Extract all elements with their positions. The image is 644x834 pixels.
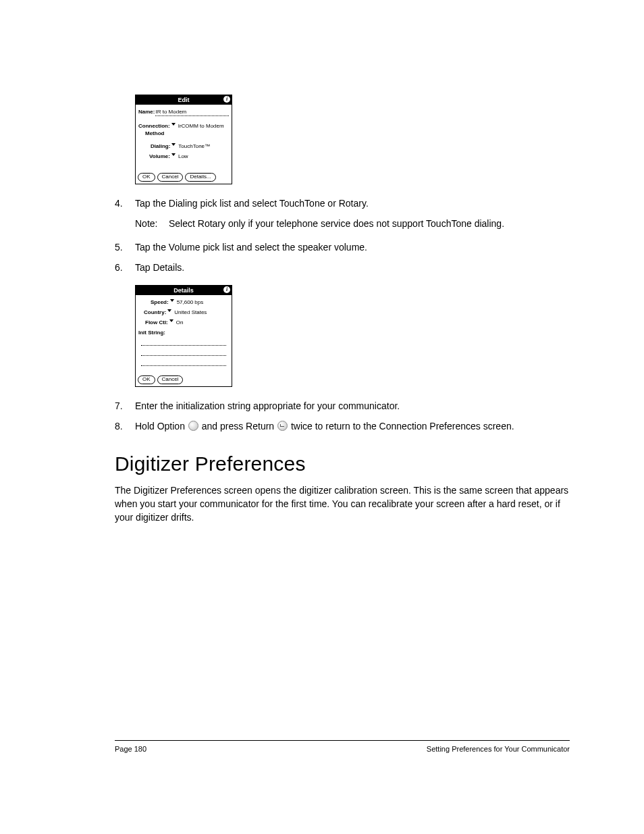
- info-icon[interactable]: i: [223, 286, 230, 293]
- step-8-part-c: twice to return to the Connection Prefer…: [288, 421, 514, 432]
- step-8-part-b: and press Return: [199, 421, 277, 432]
- details-button[interactable]: Details...: [185, 173, 215, 182]
- body-paragraph: The Digitizer Preferences screen opens t…: [115, 484, 570, 525]
- name-value: IR to Modem: [155, 109, 186, 115]
- dropdown-icon[interactable]: [171, 123, 176, 126]
- step-number: 6.: [115, 261, 135, 274]
- speed-label: Speed:: [151, 299, 169, 305]
- footer-title: Setting Preferences for Your Communicato…: [427, 745, 570, 753]
- method-label: Method: [145, 130, 164, 136]
- note-row: Note: Select Rotary only if your telepho…: [135, 217, 570, 230]
- step-number: 8.: [115, 419, 135, 433]
- name-field[interactable]: IR to Modem: [155, 109, 229, 116]
- dropdown-icon[interactable]: [169, 319, 173, 322]
- ok-button[interactable]: OK: [138, 173, 155, 182]
- dropdown-icon[interactable]: [171, 143, 176, 146]
- ok-button[interactable]: OK: [138, 375, 155, 384]
- page-number: Page 180: [115, 745, 146, 753]
- edit-dialog-title-bar: Edit i: [136, 95, 232, 105]
- note-label: Note:: [135, 217, 169, 230]
- details-dialog-title: Details: [173, 287, 194, 294]
- step-number: 4.: [115, 197, 135, 210]
- connection-value[interactable]: IrCOMM to Modem: [178, 123, 224, 129]
- details-dialog-title-bar: Details i: [136, 286, 232, 295]
- name-label: Name:: [138, 109, 155, 115]
- step-5: 5. Tap the Volume pick list and select t…: [115, 240, 570, 254]
- step-6: 6. Tap Details.: [115, 261, 570, 274]
- note-text: Select Rotary only if your telephone ser…: [169, 217, 504, 230]
- step-text: Tap Details.: [135, 261, 570, 274]
- step-7: 7. Enter the initialization string appro…: [115, 399, 570, 413]
- init-string-field[interactable]: [138, 336, 229, 371]
- cancel-button[interactable]: Cancel: [157, 375, 184, 384]
- dialing-value[interactable]: TouchTone™: [178, 143, 210, 149]
- step-text: Hold Option and press Return twice to re…: [135, 419, 570, 433]
- step-text: Tap the Dialing pick list and select Tou…: [135, 197, 570, 210]
- country-value[interactable]: United States: [174, 309, 207, 315]
- step-4: 4. Tap the Dialing pick list and select …: [115, 197, 570, 210]
- step-number: 5.: [115, 240, 135, 254]
- details-dialog: Details i Speed: 57,600 bps Country: Uni…: [135, 285, 232, 387]
- edit-dialog: Edit i Name: IR to Modem Connection: IrC…: [135, 95, 232, 184]
- dropdown-icon[interactable]: [167, 309, 171, 312]
- volume-value[interactable]: Low: [178, 153, 188, 159]
- speed-value[interactable]: 57,600 bps: [177, 299, 204, 305]
- step-8-part-a: Hold Option: [135, 421, 188, 432]
- country-label: Country:: [144, 309, 166, 315]
- step-8: 8. Hold Option and press Return twice to…: [115, 419, 570, 433]
- init-string-label: Init String:: [138, 330, 165, 336]
- connection-label: Connection:: [138, 123, 170, 129]
- option-key-icon: [188, 421, 198, 431]
- step-number: 7.: [115, 399, 135, 413]
- dialing-label: Dialing:: [151, 143, 170, 149]
- step-text: Tap the Volume pick list and select the …: [135, 240, 570, 254]
- info-icon[interactable]: i: [223, 96, 230, 103]
- flow-label: Flow Ctl:: [145, 319, 168, 325]
- page-footer: Page 180 Setting Preferences for Your Co…: [115, 740, 570, 753]
- return-key-icon: [277, 421, 288, 431]
- dropdown-icon[interactable]: [171, 153, 176, 156]
- flow-value[interactable]: On: [176, 319, 184, 325]
- edit-dialog-title: Edit: [178, 97, 190, 103]
- cancel-button[interactable]: Cancel: [157, 173, 184, 182]
- step-text: Enter the initialization string appropri…: [135, 399, 570, 413]
- section-heading: Digitizer Preferences: [115, 452, 570, 475]
- dropdown-icon[interactable]: [170, 299, 174, 302]
- volume-label: Volume:: [149, 153, 170, 159]
